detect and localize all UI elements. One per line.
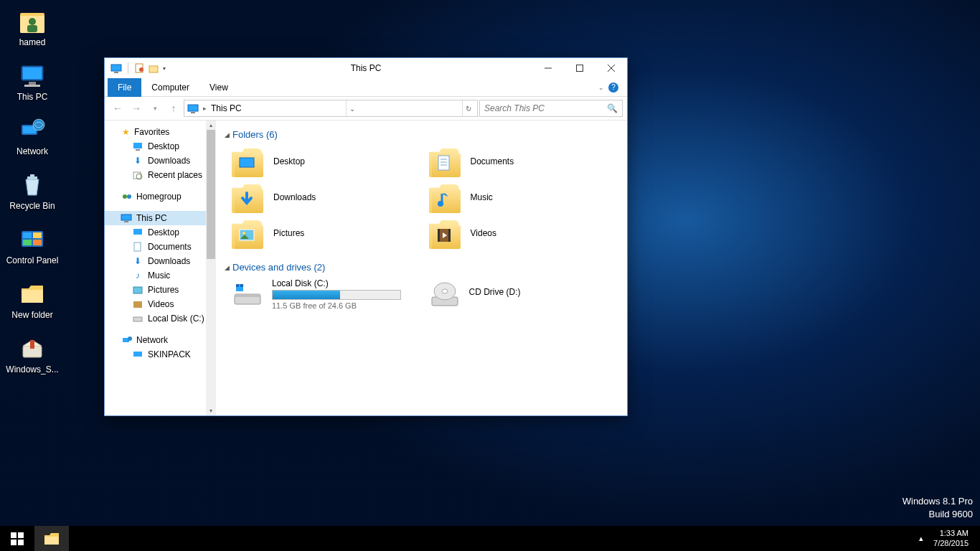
nav-fav-desktop[interactable]: Desktop [105, 139, 216, 154]
music-icon: ♪ [132, 270, 143, 281]
nav-pc-downloads[interactable]: ⬇Downloads [105, 254, 216, 268]
drive-label: CD Drive (D:) [469, 278, 619, 297]
search-input[interactable] [484, 103, 607, 113]
properties-icon[interactable] [134, 63, 144, 73]
address-bar: ← → ▾ ↑ ▸ This PC ⌄ ↻ 🔍 [105, 97, 627, 120]
svg-rect-39 [124, 221, 128, 222]
desktop-icon-new-folder[interactable]: New folder [6, 278, 59, 320]
nav-item-label: Downloads [148, 156, 190, 166]
recent-locations-button[interactable]: ▾ [146, 100, 164, 117]
section-drives-header[interactable]: ◢ Devices and drives (2) [225, 259, 618, 278]
folder-pictures[interactable]: Pictures [232, 217, 422, 249]
nav-pc-desktop[interactable]: Desktop [105, 225, 216, 240]
new-folder-icon[interactable] [149, 63, 159, 73]
desktop-icon-this-pc[interactable]: This PC [6, 60, 59, 102]
search-box[interactable]: 🔍 [479, 100, 623, 117]
separator [128, 62, 128, 74]
svg-rect-57 [438, 229, 440, 242]
star-icon: ★ [122, 127, 130, 137]
download-icon: ⬇ [132, 255, 143, 267]
svg-rect-18 [22, 290, 43, 303]
desktop-icon [132, 227, 143, 238]
minimize-button[interactable] [532, 58, 564, 78]
folder-music[interactable]: Music [429, 182, 619, 213]
nav-net-skinpack[interactable]: SKINPACK [105, 347, 216, 362]
nav-pc-documents[interactable]: Documents [105, 240, 216, 254]
folder-documents[interactable]: Documents [429, 146, 619, 177]
quick-access-toolbar: ▾ [108, 62, 169, 74]
tab-computer[interactable]: Computer [141, 78, 199, 97]
close-button[interactable] [595, 58, 627, 78]
nav-network[interactable]: Network [105, 333, 216, 347]
scroll-thumb[interactable] [207, 130, 215, 259]
section-folders-header[interactable]: ◢ Folders (6) [225, 126, 618, 146]
svg-rect-69 [11, 540, 17, 545]
desktop-icon-recycle-bin[interactable]: Recycle Bin [6, 169, 59, 211]
nav-homegroup[interactable]: Homegroup [105, 189, 216, 204]
recycle-bin-icon [17, 169, 47, 199]
nav-pc-localdisk[interactable]: Local Disk (C:) [105, 311, 216, 326]
nav-fav-recent[interactable]: Recent places [105, 168, 216, 182]
hard-drive-icon [232, 278, 263, 310]
desktop-icon-network[interactable]: Network [6, 115, 59, 156]
folder-videos[interactable]: Videos [429, 217, 619, 249]
scroll-up-icon[interactable]: ▴ [206, 121, 216, 130]
titlebar[interactable]: ▾ This PC [105, 58, 627, 78]
nav-fav-downloads[interactable]: ⬇Downloads [105, 154, 216, 168]
collapse-icon: ◢ [225, 131, 230, 138]
svg-rect-16 [23, 240, 32, 245]
ribbon-expand-icon[interactable]: ⌄ [598, 84, 604, 91]
back-button[interactable]: ← [109, 100, 126, 117]
scroll-down-icon[interactable]: ▾ [206, 406, 216, 415]
forward-button[interactable]: → [128, 100, 145, 117]
tray-overflow-icon[interactable]: ▴ [915, 534, 928, 543]
nav-pc-videos[interactable]: Videos [105, 297, 216, 311]
folder-icon [232, 182, 263, 213]
folder-downloads[interactable]: Downloads [232, 182, 422, 213]
nav-item-label: SKINPACK [148, 349, 191, 359]
nav-this-pc[interactable]: This PC [105, 211, 216, 225]
control-panel-icon [17, 224, 47, 254]
maximize-button[interactable] [564, 58, 595, 78]
drive-cd-d[interactable]: CD Drive (D:) [429, 278, 619, 310]
folder-desktop[interactable]: Desktop [232, 146, 422, 177]
desktop-icon-control-panel[interactable]: Control Panel [6, 224, 59, 265]
system-tray: ▴ 1:33 AM 7/28/2015 [915, 529, 980, 547]
up-button[interactable]: ↑ [165, 100, 182, 117]
folder-label: Desktop [273, 156, 305, 166]
svg-rect-5 [23, 67, 42, 79]
desktop-icon [132, 141, 143, 152]
tray-clock[interactable]: 1:33 AM 7/28/2015 [928, 529, 974, 547]
desktop-icon-hamed[interactable]: hamed [6, 6, 59, 47]
search-icon[interactable]: 🔍 [607, 103, 618, 113]
drive-local-disk-c[interactable]: Local Disk (C:) 11.5 GB free of 24.6 GB [232, 278, 422, 310]
nav-favorites[interactable]: ★ Favorites [105, 125, 216, 139]
svg-rect-30 [188, 105, 198, 111]
breadcrumb-dropdown-icon[interactable]: ⌄ [346, 100, 358, 116]
tab-view[interactable]: View [199, 78, 238, 97]
svg-rect-68 [18, 532, 24, 538]
tab-file[interactable]: File [108, 78, 141, 97]
nav-scrollbar[interactable]: ▴ ▾ [206, 121, 216, 415]
chevron-right-icon[interactable]: ▸ [203, 105, 207, 112]
svg-rect-20 [30, 340, 34, 349]
svg-rect-12 [30, 174, 34, 176]
desktop-icon-windows-s[interactable]: Windows_S... [6, 333, 59, 375]
breadcrumb-this-pc[interactable]: This PC [211, 103, 242, 113]
taskbar: ▴ 1:33 AM 7/28/2015 [0, 526, 980, 551]
taskbar-file-explorer[interactable] [34, 526, 69, 551]
svg-rect-27 [577, 65, 583, 72]
videos-icon [132, 298, 143, 310]
svg-rect-3 [27, 25, 37, 32]
svg-rect-11 [27, 176, 37, 179]
nav-pc-music[interactable]: ♪Music [105, 268, 216, 283]
nav-item-label: Downloads [148, 256, 190, 266]
nav-pc-pictures[interactable]: Pictures [105, 283, 216, 297]
help-icon[interactable]: ? [608, 83, 618, 93]
breadcrumb-bar[interactable]: ▸ This PC ⌄ ↻ [184, 100, 478, 117]
start-button[interactable] [0, 526, 34, 551]
qat-dropdown-icon[interactable]: ▾ [163, 65, 166, 72]
refresh-button[interactable]: ↻ [462, 100, 474, 116]
content-pane: ◢ Folders (6) Desktop Documents Download… [216, 121, 627, 415]
svg-rect-22 [114, 72, 118, 73]
